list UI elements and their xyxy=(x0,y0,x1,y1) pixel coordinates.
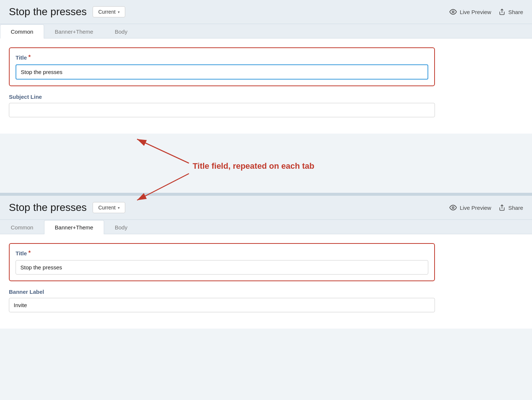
svg-text:Title field, repeated on each : Title field, repeated on each tab xyxy=(193,161,314,171)
eye-icon-top xyxy=(449,8,457,16)
title-input-bottom[interactable] xyxy=(16,260,428,275)
title-label-top: Title * xyxy=(16,54,428,61)
share-button-top[interactable]: Share xyxy=(499,9,523,15)
svg-point-0 xyxy=(452,11,454,13)
tab-common-top[interactable]: Common xyxy=(0,24,44,38)
title-input-top[interactable] xyxy=(16,64,428,80)
title-label-bottom: Title * xyxy=(16,250,428,256)
bottom-panel-body: Title * Banner Label xyxy=(0,234,532,329)
chevron-down-icon-top: ▾ xyxy=(118,10,120,14)
current-dropdown-top[interactable]: Current ▾ xyxy=(93,6,125,17)
live-preview-label-top: Live Preview xyxy=(460,9,491,15)
share-icon-top xyxy=(499,9,505,15)
annotation-area: Title field, repeated on each tab xyxy=(0,134,532,193)
svg-line-5 xyxy=(137,174,189,200)
required-star-bottom: * xyxy=(29,250,31,256)
page-wrapper: Stop the presses Current ▾ Live Preview xyxy=(0,0,532,400)
svg-point-6 xyxy=(452,207,454,209)
title-field-section-top: Title * xyxy=(9,47,435,86)
required-star-top: * xyxy=(29,54,31,61)
share-label-bottom: Share xyxy=(508,205,523,211)
header-actions-bottom: Live Preview Share xyxy=(449,204,523,211)
top-panel-header: Stop the presses Current ▾ Live Preview xyxy=(0,0,532,24)
banner-label-input[interactable] xyxy=(9,298,435,312)
tab-banner-theme-top[interactable]: Banner+Theme xyxy=(44,24,104,38)
live-preview-button-top[interactable]: Live Preview xyxy=(449,8,491,16)
share-button-bottom[interactable]: Share xyxy=(499,204,523,211)
live-preview-button-bottom[interactable]: Live Preview xyxy=(449,204,491,211)
top-panel-title: Stop the presses xyxy=(9,6,87,18)
svg-line-4 xyxy=(137,139,189,163)
share-label-top: Share xyxy=(508,9,523,15)
live-preview-label-bottom: Live Preview xyxy=(460,205,491,211)
subject-line-label: Subject Line xyxy=(9,94,435,100)
share-icon-bottom xyxy=(499,204,505,211)
banner-label-label: Banner Label xyxy=(9,289,435,295)
title-field-section-bottom: Title * xyxy=(9,243,435,281)
tab-body-top[interactable]: Body xyxy=(104,24,138,38)
annotation-arrow-svg: Title field, repeated on each tab xyxy=(0,111,445,222)
top-panel-tabs: Common Banner+Theme Body xyxy=(0,24,532,38)
dropdown-label-top: Current xyxy=(98,9,116,15)
header-actions-top: Live Preview Share xyxy=(449,8,523,16)
banner-label-section: Banner Label xyxy=(9,289,435,312)
eye-icon-bottom xyxy=(449,204,457,211)
